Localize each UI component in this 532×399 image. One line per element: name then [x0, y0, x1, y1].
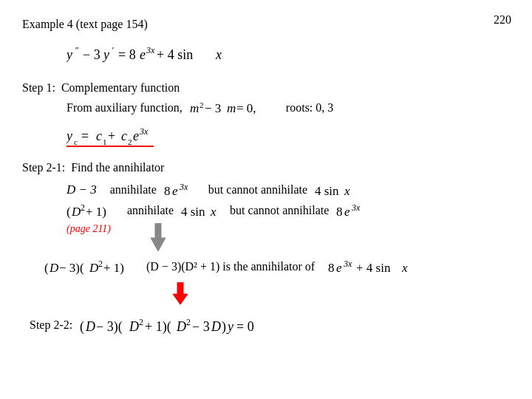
svg-text:(: (	[66, 205, 71, 219]
svg-text:e: e	[133, 129, 139, 143]
svg-text:c: c	[74, 137, 78, 146]
svg-text:(: (	[44, 261, 49, 275]
page: 220 Example 4 (text page 154) y ″ − 3 y …	[0, 0, 532, 399]
svg-text:D: D	[49, 261, 59, 275]
svg-text:− 3: − 3	[205, 101, 221, 115]
svg-text:y: y	[66, 47, 72, 62]
svg-text:x: x	[401, 261, 408, 275]
svg-text:y: y	[226, 319, 233, 334]
d3-term: D − 3	[66, 183, 97, 197]
svg-text:(: (	[80, 319, 84, 335]
annihilate-row-2: ( D 2 + 1) annihilate 4 sin x but cannot…	[66, 201, 510, 220]
svg-text:c: c	[121, 129, 127, 143]
but-cannot-2: but cannot annihilate	[230, 204, 329, 217]
roots-label: roots: 0, 3	[286, 101, 333, 115]
step1-label: Step 1:	[22, 81, 55, 94]
svg-text:D: D	[85, 319, 95, 334]
step2-1-text: Find the annihilator	[71, 161, 164, 174]
page-number: 220	[494, 13, 511, 27]
page-title: Example 4 (text page 154)	[22, 18, 510, 31]
svg-text:− 3)(: − 3)(	[96, 319, 123, 335]
svg-text:m: m	[227, 101, 236, 115]
svg-text:2: 2	[128, 137, 132, 146]
svg-text:3x: 3x	[139, 126, 149, 137]
svg-text:e: e	[344, 205, 350, 219]
svg-text:D: D	[129, 319, 139, 334]
auxiliary-function-row: From auxiliary function, m 2 − 3 m = 0, …	[66, 99, 510, 117]
svg-text:+ 1): + 1)	[103, 261, 124, 275]
svg-text:2: 2	[139, 317, 143, 327]
svg-text:D: D	[89, 261, 99, 275]
annihilate-2: annihilate	[127, 204, 174, 217]
svg-text:m: m	[190, 101, 199, 115]
step2-2: Step 2-2: ( D − 3)( D 2 + 1)( D 2 − 3 D …	[30, 310, 510, 340]
svg-text:2: 2	[200, 100, 204, 109]
step2-2-label: Step 2-2:	[30, 318, 72, 332]
svg-text:D: D	[71, 205, 81, 219]
page-ref: (page 211)	[66, 223, 111, 235]
svg-text:− 3: − 3	[83, 47, 100, 62]
svg-text:− 3: − 3	[192, 319, 210, 334]
svg-text:x: x	[215, 47, 222, 62]
svg-text:2: 2	[81, 202, 85, 213]
svg-text:e: e	[336, 261, 342, 275]
svg-text:D: D	[211, 319, 221, 334]
svg-text:2: 2	[186, 317, 191, 327]
svg-text:″: ″	[75, 45, 79, 55]
svg-text:4 sin: 4 sin	[181, 205, 205, 219]
red-arrow	[170, 282, 510, 307]
svg-text:= 0: = 0	[236, 319, 254, 334]
svg-text:y: y	[102, 47, 109, 62]
svg-text:+: +	[108, 129, 115, 143]
but-cannot-1: but cannot annihilate	[208, 183, 307, 197]
main-formula: y ″ − 3 y ′ = 8 e 3x + 4 sin x	[66, 40, 510, 71]
svg-text:= 0,: = 0,	[236, 101, 256, 115]
annihilate-1: annihilate	[110, 183, 157, 197]
svg-text:x: x	[210, 205, 216, 219]
svg-text:8: 8	[336, 205, 343, 219]
svg-text:x: x	[344, 184, 350, 198]
svg-text:2: 2	[98, 259, 103, 269]
svg-text:e: e	[140, 47, 146, 62]
step1: Step 1: Complementary function	[22, 81, 510, 95]
svg-text:+ 4 sin: + 4 sin	[356, 261, 391, 275]
svg-text:D: D	[176, 319, 186, 334]
svg-text:c: c	[96, 129, 102, 143]
svg-text:3x: 3x	[146, 45, 155, 55]
svg-text:3x: 3x	[351, 202, 361, 213]
svg-text:+ 1)(: + 1)(	[145, 319, 171, 335]
annihilator-statement: ( D − 3)( D 2 + 1) (D − 3)(D² + 1) is th…	[44, 257, 510, 276]
step2-1: Step 2-1: Find the annihilator	[22, 161, 510, 174]
svg-text:e: e	[172, 184, 178, 198]
svg-text:8: 8	[328, 261, 335, 275]
svg-text:− 3)(: − 3)(	[59, 261, 84, 275]
svg-text:y: y	[66, 129, 72, 143]
svg-marker-40	[151, 223, 166, 251]
svg-text:3x: 3x	[179, 182, 188, 192]
annihilate-row-1: D − 3 annihilate 8 e 3x but cannot annih…	[66, 180, 510, 200]
svg-text:): )	[222, 319, 226, 335]
is-annihilator-text: (D − 3)(D² + 1) is the annihilator of	[146, 260, 315, 273]
svg-text:4 sin: 4 sin	[315, 184, 339, 198]
step1-text: Complementary function	[61, 81, 180, 94]
aux-label: From auxiliary function,	[66, 101, 183, 115]
svg-marker-52	[173, 282, 188, 304]
svg-text:1: 1	[103, 137, 107, 146]
step2-1-label: Step 2-1:	[22, 161, 65, 174]
svg-text:′: ′	[112, 45, 114, 55]
svg-text:= 8: = 8	[118, 47, 136, 62]
svg-text:+ 1): + 1)	[86, 205, 106, 219]
svg-text:8: 8	[164, 184, 171, 198]
page-ref-section: (page 211)	[66, 223, 510, 251]
svg-text:+ 4 sin: + 4 sin	[157, 47, 193, 62]
yc-formula: y c = c 1 + c 2 e 3x	[66, 120, 510, 152]
svg-text:3x: 3x	[343, 259, 352, 269]
svg-text:=: =	[81, 129, 89, 143]
